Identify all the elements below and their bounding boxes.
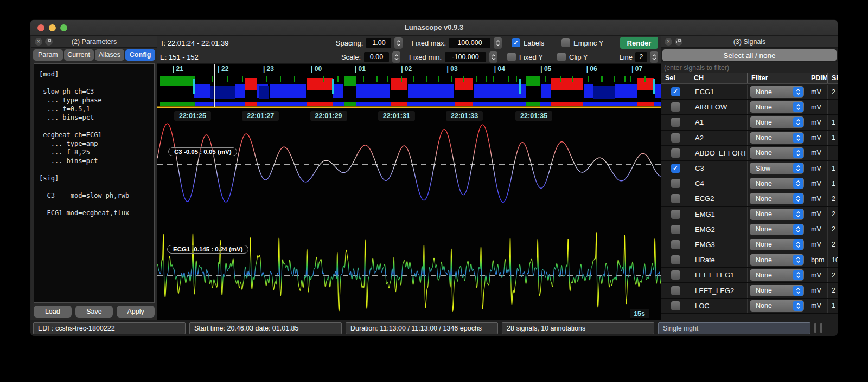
dropdown-stepper-icon bbox=[793, 163, 803, 173]
save-button[interactable]: Save bbox=[75, 306, 113, 318]
signal-select-checkbox[interactable] bbox=[671, 148, 680, 158]
signal-row[interactable]: C3SlowmV1 bbox=[661, 161, 838, 176]
signal-select-checkbox[interactable] bbox=[671, 255, 680, 264]
fixed-max-stepper[interactable] bbox=[494, 37, 502, 49]
filter-dropdown[interactable]: None bbox=[750, 116, 804, 128]
filter-value: None bbox=[756, 88, 772, 96]
signal-select-checkbox[interactable] bbox=[671, 225, 680, 234]
select-all-none-button[interactable]: Select all / none bbox=[662, 49, 837, 61]
close-panel-icon[interactable]: × bbox=[35, 38, 42, 46]
signal-row[interactable]: HRateNonebpm10 bbox=[661, 252, 838, 268]
hour-label: | 00 bbox=[311, 65, 322, 73]
tab-config[interactable]: Config bbox=[125, 49, 155, 61]
spacing-input[interactable]: 1.00 bbox=[366, 38, 391, 48]
signal-select-checkbox[interactable] bbox=[671, 301, 680, 310]
view-mode-select[interactable]: Single night bbox=[658, 322, 810, 334]
clip-y-checkbox[interactable] bbox=[557, 53, 566, 61]
tab-current[interactable]: Current bbox=[64, 49, 94, 61]
signal-plot-area[interactable]: 22:01:2522:01:2722:01:2922:01:3122:01:33… bbox=[157, 108, 661, 320]
nrem-segment bbox=[408, 84, 454, 98]
signal-select-checkbox[interactable] bbox=[671, 164, 680, 173]
filter-dropdown[interactable]: None bbox=[750, 132, 804, 144]
dropdown-stepper-icon bbox=[793, 87, 803, 97]
signal-select-checkbox[interactable] bbox=[671, 194, 680, 203]
hour-label: | 21 bbox=[173, 65, 183, 73]
filter-dropdown[interactable]: None bbox=[750, 147, 804, 159]
float-panel-icon[interactable] bbox=[45, 38, 53, 46]
channel-name: A1 bbox=[690, 115, 747, 130]
line-stepper[interactable] bbox=[650, 51, 658, 63]
render-button[interactable]: Render bbox=[620, 37, 658, 49]
signal-row[interactable]: EMG2NonemV2 bbox=[661, 222, 838, 237]
signal-row[interactable]: A1NonemV1 bbox=[661, 115, 838, 130]
signal-select-checkbox[interactable] bbox=[671, 102, 680, 112]
spacing-stepper[interactable] bbox=[394, 37, 403, 49]
signal-row[interactable]: LEFT_LEG2NonemV2 bbox=[661, 283, 838, 298]
channel-name: ABDO_EFFORT bbox=[690, 146, 747, 160]
signal-select-checkbox[interactable] bbox=[671, 240, 680, 249]
close-panel-icon[interactable]: × bbox=[665, 38, 672, 46]
signal-row[interactable]: EMG1NonemV2 bbox=[661, 207, 838, 222]
signal-row[interactable]: AIRFLOWNonemV bbox=[661, 100, 838, 115]
scale-stepper[interactable] bbox=[392, 51, 400, 63]
filter-dropdown[interactable]: None bbox=[750, 239, 804, 250]
arousal-tick bbox=[572, 76, 573, 82]
signal-row[interactable]: LEFT_LEG1NonemV2 bbox=[661, 268, 838, 283]
filter-dropdown[interactable]: None bbox=[750, 300, 804, 312]
load-button[interactable]: Load bbox=[34, 306, 72, 318]
arousal-tick bbox=[280, 76, 281, 82]
tab-param[interactable]: Param bbox=[33, 49, 63, 61]
config-editor[interactable]: [mod] slow_ph ch=C3 ... type=phase ... f… bbox=[34, 63, 155, 303]
fixed-y-checkbox[interactable] bbox=[507, 53, 516, 61]
filter-dropdown[interactable]: Slow bbox=[750, 163, 804, 174]
fixed-max-input[interactable]: 100.000 bbox=[449, 38, 490, 48]
signal-row[interactable]: A2NonemV1 bbox=[661, 131, 838, 146]
filter-dropdown[interactable]: None bbox=[750, 224, 804, 235]
filter-dropdown[interactable]: None bbox=[750, 209, 804, 220]
signal-select-checkbox[interactable] bbox=[671, 118, 680, 127]
arousal-tick bbox=[516, 76, 517, 82]
filter-dropdown[interactable]: None bbox=[750, 254, 804, 266]
filter-dropdown[interactable]: None bbox=[750, 101, 804, 113]
line-input[interactable]: 2 bbox=[635, 52, 647, 62]
apply-button[interactable]: Apply bbox=[117, 306, 155, 318]
fixed-min-input[interactable]: -100.000 bbox=[445, 52, 486, 62]
signal-select-checkbox[interactable] bbox=[671, 286, 680, 295]
tab-aliases[interactable]: Aliases bbox=[95, 49, 125, 61]
signal-select-checkbox[interactable] bbox=[671, 179, 680, 188]
signal-filter-input[interactable] bbox=[661, 62, 838, 73]
hour-label: | 01 bbox=[355, 65, 366, 73]
float-panel-icon[interactable] bbox=[675, 38, 682, 46]
signals-panel-title: (3) Signals bbox=[661, 36, 838, 48]
dropdown-stepper-icon bbox=[793, 255, 803, 265]
signal-select-checkbox[interactable] bbox=[671, 210, 680, 219]
signal-row[interactable]: ABDO_EFFORTNonemV bbox=[661, 146, 838, 161]
pdim-value: mV bbox=[807, 191, 827, 206]
hypnogram-cursor[interactable] bbox=[214, 64, 215, 107]
signal-row[interactable]: LOCNonemV1 bbox=[661, 299, 838, 314]
splitter-handle[interactable] bbox=[820, 323, 822, 333]
signal-row[interactable]: C4NonemV1 bbox=[661, 176, 838, 191]
signal-select-checkbox[interactable] bbox=[671, 133, 680, 143]
signal-select-checkbox[interactable] bbox=[671, 87, 680, 96]
rem-segment bbox=[391, 78, 408, 90]
empiric-y-checkbox[interactable] bbox=[561, 38, 570, 47]
signal-select-checkbox[interactable] bbox=[671, 270, 680, 280]
filter-value: None bbox=[756, 134, 772, 141]
arousal-tick bbox=[413, 76, 414, 82]
signal-row[interactable]: ECG2NonemV2 bbox=[661, 191, 838, 206]
signal-row[interactable]: EMG3NonemV2 bbox=[661, 237, 838, 252]
fixed-min-stepper[interactable] bbox=[489, 51, 497, 63]
filter-dropdown[interactable]: None bbox=[750, 269, 804, 281]
signal-row[interactable]: ECG1NonemV2 bbox=[661, 85, 838, 100]
scale-input[interactable]: 0.00 bbox=[364, 52, 389, 62]
filter-dropdown[interactable]: None bbox=[750, 178, 804, 189]
filter-dropdown[interactable]: None bbox=[750, 285, 804, 296]
sr-value: 2 bbox=[827, 268, 838, 282]
labels-checkbox[interactable] bbox=[512, 38, 520, 47]
filter-dropdown[interactable]: None bbox=[750, 193, 804, 204]
splitter-handle[interactable] bbox=[814, 323, 816, 333]
filter-dropdown[interactable]: None bbox=[750, 86, 804, 98]
dropdown-stepper-icon bbox=[793, 117, 803, 127]
hypnogram-band[interactable]: | 21| 22| 23| 00| 01| 02| 03| 04| 05| 06… bbox=[157, 64, 661, 108]
